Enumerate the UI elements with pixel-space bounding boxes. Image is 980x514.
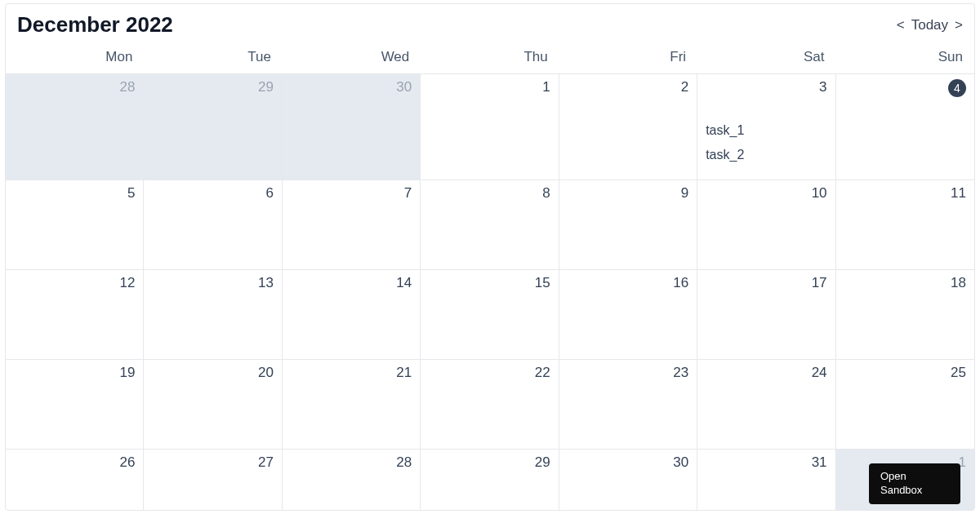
day-number: 14 — [291, 275, 412, 291]
day-cell[interactable]: 19 — [6, 359, 144, 449]
day-number: 15 — [429, 275, 550, 291]
day-cell[interactable]: 2 — [559, 73, 697, 179]
day-number: 10 — [706, 185, 826, 202]
day-number: 6 — [152, 185, 273, 202]
day-cell[interactable]: 31 — [697, 449, 835, 510]
calendar-event[interactable]: task_2 — [706, 148, 826, 162]
day-cell[interactable]: 24 — [697, 359, 835, 449]
day-number: 9 — [568, 185, 688, 202]
day-cell[interactable]: 20 — [144, 359, 282, 449]
day-cell[interactable]: 5 — [6, 179, 144, 269]
day-cell[interactable]: 30 — [559, 449, 697, 510]
day-number: 11 — [844, 185, 966, 202]
open-sandbox-line2: Sandbox — [880, 484, 949, 498]
day-number: 21 — [291, 365, 412, 381]
day-cell[interactable]: 11 — [836, 179, 974, 269]
day-cell[interactable]: 8 — [421, 179, 559, 269]
day-number: 12 — [14, 275, 135, 291]
prev-button[interactable]: < — [897, 17, 905, 33]
day-number: 30 — [291, 79, 412, 95]
day-cell[interactable]: 15 — [421, 269, 559, 359]
calendar-header: December 2022 < Today > — [6, 4, 974, 42]
day-number: 7 — [291, 185, 412, 202]
day-cell[interactable]: 30 — [283, 73, 421, 179]
day-number: 3 — [706, 79, 826, 95]
day-of-week-label: Fri — [559, 42, 697, 73]
day-number: 23 — [568, 365, 688, 381]
day-number: 25 — [844, 365, 966, 381]
day-cell[interactable]: 17 — [697, 269, 835, 359]
day-cell[interactable]: 13 — [144, 269, 282, 359]
day-number: 28 — [14, 79, 135, 95]
calendar-nav: < Today > — [897, 17, 963, 33]
day-cell[interactable]: 10 — [697, 179, 835, 269]
next-button[interactable]: > — [955, 17, 963, 33]
day-number: 29 — [152, 79, 273, 95]
day-of-week-label: Sun — [836, 42, 974, 73]
day-cell[interactable]: 14 — [283, 269, 421, 359]
day-cell[interactable]: 9 — [559, 179, 697, 269]
week-row: 19202122232425 — [6, 359, 974, 449]
day-number: 8 — [429, 185, 550, 202]
day-number: 5 — [14, 185, 135, 202]
day-cell[interactable]: 26 — [6, 449, 144, 510]
day-cell[interactable]: 6 — [144, 179, 282, 269]
day-cell[interactable]: 29 — [144, 73, 282, 179]
day-cell[interactable]: 25 — [836, 359, 974, 449]
day-number: 20 — [152, 365, 273, 381]
day-cell[interactable]: 21 — [283, 359, 421, 449]
day-number: 2 — [568, 79, 688, 95]
today-badge: 4 — [948, 79, 966, 97]
week-row: 2627282930311 — [6, 449, 974, 510]
day-cell[interactable]: 7 — [283, 179, 421, 269]
open-sandbox-line1: Open — [880, 470, 949, 484]
today-button[interactable]: Today — [911, 17, 948, 33]
day-number: 27 — [152, 454, 273, 471]
day-cell[interactable]: 12 — [6, 269, 144, 359]
week-row: 12131415161718 — [6, 269, 974, 359]
day-number: 1 — [429, 79, 550, 95]
day-number: 31 — [706, 454, 826, 471]
day-cell[interactable]: 3task_1task_2 — [697, 73, 835, 179]
day-number: 17 — [706, 275, 826, 291]
day-number: 24 — [706, 365, 826, 381]
day-number: 19 — [14, 365, 135, 381]
day-number: 13 — [152, 275, 273, 291]
day-cell[interactable]: 1 — [421, 73, 559, 179]
day-number: 22 — [429, 365, 550, 381]
day-of-week-label: Mon — [6, 42, 144, 73]
day-number: 18 — [844, 275, 966, 291]
day-cell[interactable]: 4 — [836, 73, 974, 179]
event-list: task_1task_2 — [706, 123, 826, 162]
calendar-event[interactable]: task_1 — [706, 123, 826, 138]
day-cell[interactable]: 18 — [836, 269, 974, 359]
calendar-title: December 2022 — [17, 12, 173, 38]
open-sandbox-button[interactable]: Open Sandbox — [869, 463, 960, 504]
day-cell[interactable]: 16 — [559, 269, 697, 359]
day-of-week-label: Wed — [283, 42, 421, 73]
day-number: 29 — [429, 454, 550, 471]
day-of-week-label: Thu — [421, 42, 559, 73]
day-of-week-label: Sat — [697, 42, 835, 73]
day-cell[interactable]: 29 — [421, 449, 559, 510]
calendar-grid: 282930123task_1task_24567891011121314151… — [6, 73, 974, 510]
day-number: 16 — [568, 275, 688, 291]
day-cell[interactable]: 23 — [559, 359, 697, 449]
day-of-week-label: Tue — [144, 42, 282, 73]
day-number: 30 — [568, 454, 688, 471]
day-cell[interactable]: 28 — [283, 449, 421, 510]
day-cell[interactable]: 22 — [421, 359, 559, 449]
day-number: 26 — [14, 454, 135, 471]
day-cell[interactable]: 28 — [6, 73, 144, 179]
day-cell[interactable]: 27 — [144, 449, 282, 510]
day-number: 28 — [291, 454, 412, 471]
week-row: 567891011 — [6, 179, 974, 269]
day-of-week-header: MonTueWedThuFriSatSun — [6, 42, 974, 73]
week-row: 282930123task_1task_24 — [6, 73, 974, 179]
calendar: December 2022 < Today > MonTueWedThuFriS… — [5, 3, 975, 511]
